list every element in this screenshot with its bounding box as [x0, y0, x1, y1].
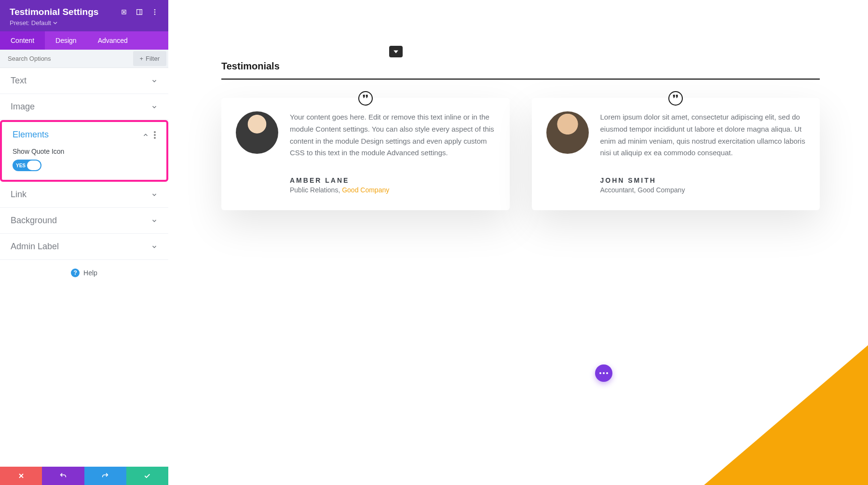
sidebar-header: Testimonial Settings Preset: Default — [0, 0, 168, 31]
section-head-image[interactable]: Image — [0, 94, 168, 120]
preview-pane: Testimonials ❜❜ Your content goes here. … — [168, 0, 868, 485]
redo-icon — [101, 472, 109, 480]
chevron-down-icon — [151, 78, 158, 84]
section-head-admin-label[interactable]: Admin Label — [0, 234, 168, 259]
preset-label: Preset: Default — [10, 19, 51, 27]
fab-more-button[interactable] — [595, 364, 612, 382]
section-body-elements: Show Quote Icon YES — [2, 148, 166, 180]
caret-down-icon — [393, 49, 399, 54]
section-head-background[interactable]: Background — [0, 208, 168, 233]
avatar — [236, 111, 278, 154]
chevron-down-icon — [151, 104, 158, 110]
quote-icon: ❜❜ — [358, 91, 373, 106]
section-title: Admin Label — [11, 242, 59, 252]
testimonial-role: Public Relations, Good Company — [290, 186, 495, 194]
testimonial-name: AMBER LANE — [290, 176, 495, 184]
section-head-text[interactable]: Text — [0, 68, 168, 94]
chevron-down-icon — [151, 191, 158, 198]
help-button[interactable]: ? Help — [0, 260, 168, 286]
save-button[interactable] — [126, 467, 168, 485]
plus-icon: + — [140, 55, 144, 62]
settings-sidebar: Testimonial Settings Preset: Default Con… — [0, 0, 168, 485]
role-prefix: Public Relations, — [290, 186, 342, 194]
dock-icon[interactable] — [136, 8, 143, 16]
section-background: Background — [0, 208, 168, 234]
redo-button[interactable] — [84, 467, 126, 485]
svg-rect-2 — [137, 10, 142, 15]
help-icon: ? — [71, 269, 80, 277]
tab-content[interactable]: Content — [0, 31, 45, 50]
section-link: Link — [0, 182, 168, 208]
panel-title: Testimonial Settings — [10, 7, 98, 17]
testimonial-name: JOHN SMITH — [600, 176, 806, 184]
section-text: Text — [0, 68, 168, 94]
testimonial-cards: ❜❜ Your content goes here. Edit or remov… — [221, 98, 820, 210]
section-title: Text — [11, 76, 27, 86]
svg-point-1 — [123, 12, 125, 13]
toggle-show-quote[interactable]: YES — [13, 160, 41, 171]
preview-section-title: Testimonials — [221, 61, 820, 72]
sidebar-footer — [0, 467, 168, 485]
section-title: Background — [11, 216, 57, 226]
decorative-triangle — [704, 345, 868, 485]
expand-icon[interactable] — [120, 8, 128, 16]
check-icon — [143, 472, 151, 480]
filter-label: Filter — [146, 55, 160, 62]
toggle-knob — [27, 161, 41, 170]
cancel-button[interactable] — [0, 467, 42, 485]
tab-advanced[interactable]: Advanced — [87, 31, 138, 50]
svg-point-6 — [154, 13, 156, 15]
section-more-icon[interactable] — [154, 131, 156, 139]
quote-icon: ❜❜ — [668, 91, 683, 106]
testimonial-content: Lorem ipsum dolor sit amet, consectetur … — [600, 111, 806, 159]
tab-design[interactable]: Design — [45, 31, 87, 50]
section-head-elements[interactable]: Elements — [2, 122, 166, 148]
search-input[interactable] — [0, 50, 133, 67]
sidebar-tabs: Content Design Advanced — [0, 31, 168, 50]
chevron-down-icon — [151, 217, 158, 224]
filter-button[interactable]: + Filter — [133, 51, 166, 66]
svg-point-5 — [154, 12, 156, 13]
section-admin-label: Admin Label — [0, 234, 168, 260]
testimonial-card[interactable]: ❜❜ Lorem ipsum dolor sit amet, consectet… — [532, 98, 820, 210]
section-head-link[interactable]: Link — [0, 182, 168, 207]
section-dropdown-handle[interactable] — [389, 46, 403, 57]
undo-button[interactable] — [42, 467, 84, 485]
undo-icon — [59, 472, 67, 480]
section-image: Image — [0, 94, 168, 120]
option-label-show-quote: Show Quote Icon — [13, 148, 156, 155]
search-bar: + Filter — [0, 50, 168, 68]
section-title: Link — [11, 189, 27, 200]
testimonial-card[interactable]: ❜❜ Your content goes here. Edit or remov… — [221, 98, 510, 210]
preset-selector[interactable]: Preset: Default — [10, 19, 159, 27]
chevron-up-icon — [142, 132, 149, 138]
company-link[interactable]: Good Company — [342, 186, 389, 194]
section-title: Image — [11, 102, 35, 112]
section-title: Elements — [13, 130, 49, 140]
preview-divider — [221, 79, 820, 80]
sections-list: Text Image Elements — [0, 68, 168, 467]
more-icon[interactable] — [151, 8, 159, 16]
svg-point-4 — [154, 9, 156, 11]
testimonial-content: Your content goes here. Edit or remove t… — [290, 111, 495, 159]
chevron-down-icon — [151, 243, 158, 250]
close-icon — [17, 472, 25, 480]
avatar — [546, 111, 589, 154]
help-label: Help — [83, 269, 97, 277]
toggle-yes-label: YES — [16, 163, 26, 168]
testimonial-role: Accountant, Good Company — [600, 186, 806, 194]
section-elements: Elements Show Quote Icon YES — [0, 120, 168, 182]
chevron-down-icon — [53, 21, 57, 25]
